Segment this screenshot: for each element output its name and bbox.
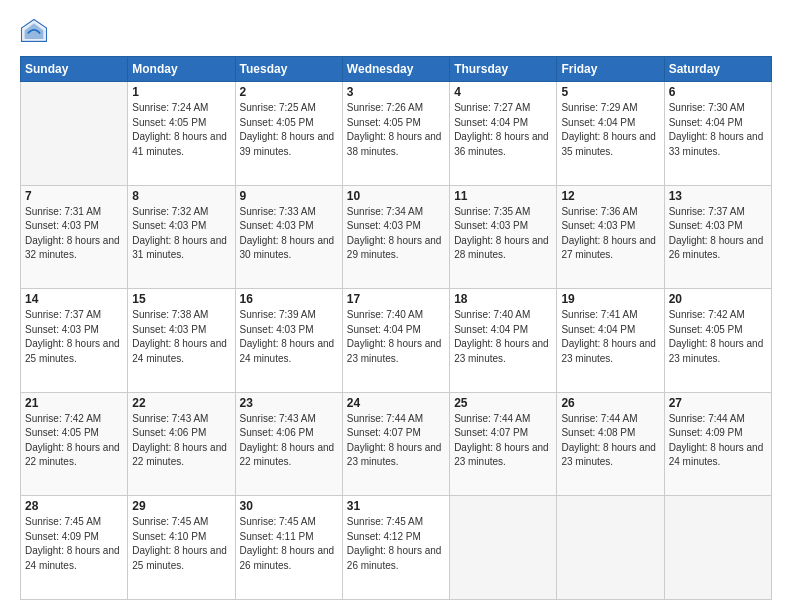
day-number: 4: [454, 85, 552, 99]
calendar-cell: 16Sunrise: 7:39 AMSunset: 4:03 PMDayligh…: [235, 289, 342, 393]
day-number: 9: [240, 189, 338, 203]
day-info: Sunrise: 7:29 AMSunset: 4:04 PMDaylight:…: [561, 101, 659, 159]
day-number: 10: [347, 189, 445, 203]
calendar-cell: 31Sunrise: 7:45 AMSunset: 4:12 PMDayligh…: [342, 496, 449, 600]
calendar-cell: 12Sunrise: 7:36 AMSunset: 4:03 PMDayligh…: [557, 185, 664, 289]
day-number: 13: [669, 189, 767, 203]
day-number: 15: [132, 292, 230, 306]
day-info: Sunrise: 7:40 AMSunset: 4:04 PMDaylight:…: [347, 308, 445, 366]
calendar-cell: 11Sunrise: 7:35 AMSunset: 4:03 PMDayligh…: [450, 185, 557, 289]
logo: [20, 18, 52, 46]
calendar-cell: 15Sunrise: 7:38 AMSunset: 4:03 PMDayligh…: [128, 289, 235, 393]
calendar-cell: 13Sunrise: 7:37 AMSunset: 4:03 PMDayligh…: [664, 185, 771, 289]
day-info: Sunrise: 7:42 AMSunset: 4:05 PMDaylight:…: [25, 412, 123, 470]
day-header-thursday: Thursday: [450, 57, 557, 82]
calendar-header-row: SundayMondayTuesdayWednesdayThursdayFrid…: [21, 57, 772, 82]
calendar-cell: 20Sunrise: 7:42 AMSunset: 4:05 PMDayligh…: [664, 289, 771, 393]
day-number: 5: [561, 85, 659, 99]
day-info: Sunrise: 7:34 AMSunset: 4:03 PMDaylight:…: [347, 205, 445, 263]
day-number: 18: [454, 292, 552, 306]
calendar-cell: 24Sunrise: 7:44 AMSunset: 4:07 PMDayligh…: [342, 392, 449, 496]
calendar-cell: 4Sunrise: 7:27 AMSunset: 4:04 PMDaylight…: [450, 82, 557, 186]
day-number: 16: [240, 292, 338, 306]
calendar-cell: 23Sunrise: 7:43 AMSunset: 4:06 PMDayligh…: [235, 392, 342, 496]
day-number: 30: [240, 499, 338, 513]
day-info: Sunrise: 7:24 AMSunset: 4:05 PMDaylight:…: [132, 101, 230, 159]
day-info: Sunrise: 7:38 AMSunset: 4:03 PMDaylight:…: [132, 308, 230, 366]
calendar-cell: 2Sunrise: 7:25 AMSunset: 4:05 PMDaylight…: [235, 82, 342, 186]
calendar-cell: 30Sunrise: 7:45 AMSunset: 4:11 PMDayligh…: [235, 496, 342, 600]
logo-icon: [20, 18, 48, 46]
calendar-cell: [664, 496, 771, 600]
calendar-cell: [21, 82, 128, 186]
day-header-tuesday: Tuesday: [235, 57, 342, 82]
day-number: 14: [25, 292, 123, 306]
day-info: Sunrise: 7:31 AMSunset: 4:03 PMDaylight:…: [25, 205, 123, 263]
calendar-cell: 6Sunrise: 7:30 AMSunset: 4:04 PMDaylight…: [664, 82, 771, 186]
day-number: 11: [454, 189, 552, 203]
calendar-cell: 29Sunrise: 7:45 AMSunset: 4:10 PMDayligh…: [128, 496, 235, 600]
calendar-cell: 14Sunrise: 7:37 AMSunset: 4:03 PMDayligh…: [21, 289, 128, 393]
calendar-cell: 19Sunrise: 7:41 AMSunset: 4:04 PMDayligh…: [557, 289, 664, 393]
day-info: Sunrise: 7:26 AMSunset: 4:05 PMDaylight:…: [347, 101, 445, 159]
day-number: 1: [132, 85, 230, 99]
day-info: Sunrise: 7:44 AMSunset: 4:08 PMDaylight:…: [561, 412, 659, 470]
day-number: 19: [561, 292, 659, 306]
day-number: 22: [132, 396, 230, 410]
day-info: Sunrise: 7:43 AMSunset: 4:06 PMDaylight:…: [240, 412, 338, 470]
day-number: 27: [669, 396, 767, 410]
day-number: 24: [347, 396, 445, 410]
day-header-friday: Friday: [557, 57, 664, 82]
day-number: 7: [25, 189, 123, 203]
day-info: Sunrise: 7:40 AMSunset: 4:04 PMDaylight:…: [454, 308, 552, 366]
day-header-saturday: Saturday: [664, 57, 771, 82]
day-info: Sunrise: 7:27 AMSunset: 4:04 PMDaylight:…: [454, 101, 552, 159]
calendar-cell: 28Sunrise: 7:45 AMSunset: 4:09 PMDayligh…: [21, 496, 128, 600]
calendar-cell: 3Sunrise: 7:26 AMSunset: 4:05 PMDaylight…: [342, 82, 449, 186]
day-info: Sunrise: 7:33 AMSunset: 4:03 PMDaylight:…: [240, 205, 338, 263]
calendar-week-row: 1Sunrise: 7:24 AMSunset: 4:05 PMDaylight…: [21, 82, 772, 186]
calendar-cell: 26Sunrise: 7:44 AMSunset: 4:08 PMDayligh…: [557, 392, 664, 496]
calendar-cell: 8Sunrise: 7:32 AMSunset: 4:03 PMDaylight…: [128, 185, 235, 289]
calendar-cell: [450, 496, 557, 600]
calendar-cell: [557, 496, 664, 600]
day-number: 28: [25, 499, 123, 513]
page: SundayMondayTuesdayWednesdayThursdayFrid…: [0, 0, 792, 612]
calendar-week-row: 28Sunrise: 7:45 AMSunset: 4:09 PMDayligh…: [21, 496, 772, 600]
day-number: 25: [454, 396, 552, 410]
calendar-cell: 7Sunrise: 7:31 AMSunset: 4:03 PMDaylight…: [21, 185, 128, 289]
header: [20, 18, 772, 46]
day-info: Sunrise: 7:30 AMSunset: 4:04 PMDaylight:…: [669, 101, 767, 159]
day-number: 3: [347, 85, 445, 99]
day-info: Sunrise: 7:37 AMSunset: 4:03 PMDaylight:…: [669, 205, 767, 263]
day-number: 2: [240, 85, 338, 99]
day-header-monday: Monday: [128, 57, 235, 82]
day-number: 29: [132, 499, 230, 513]
calendar-cell: 10Sunrise: 7:34 AMSunset: 4:03 PMDayligh…: [342, 185, 449, 289]
day-info: Sunrise: 7:37 AMSunset: 4:03 PMDaylight:…: [25, 308, 123, 366]
day-number: 23: [240, 396, 338, 410]
day-info: Sunrise: 7:25 AMSunset: 4:05 PMDaylight:…: [240, 101, 338, 159]
day-info: Sunrise: 7:45 AMSunset: 4:10 PMDaylight:…: [132, 515, 230, 573]
calendar-cell: 17Sunrise: 7:40 AMSunset: 4:04 PMDayligh…: [342, 289, 449, 393]
calendar-week-row: 14Sunrise: 7:37 AMSunset: 4:03 PMDayligh…: [21, 289, 772, 393]
day-number: 17: [347, 292, 445, 306]
day-info: Sunrise: 7:39 AMSunset: 4:03 PMDaylight:…: [240, 308, 338, 366]
day-number: 12: [561, 189, 659, 203]
day-number: 20: [669, 292, 767, 306]
day-number: 6: [669, 85, 767, 99]
day-number: 8: [132, 189, 230, 203]
calendar-cell: 1Sunrise: 7:24 AMSunset: 4:05 PMDaylight…: [128, 82, 235, 186]
day-info: Sunrise: 7:45 AMSunset: 4:11 PMDaylight:…: [240, 515, 338, 573]
day-number: 31: [347, 499, 445, 513]
calendar-cell: 25Sunrise: 7:44 AMSunset: 4:07 PMDayligh…: [450, 392, 557, 496]
calendar-week-row: 7Sunrise: 7:31 AMSunset: 4:03 PMDaylight…: [21, 185, 772, 289]
day-info: Sunrise: 7:35 AMSunset: 4:03 PMDaylight:…: [454, 205, 552, 263]
day-number: 21: [25, 396, 123, 410]
day-info: Sunrise: 7:45 AMSunset: 4:12 PMDaylight:…: [347, 515, 445, 573]
calendar-table: SundayMondayTuesdayWednesdayThursdayFrid…: [20, 56, 772, 600]
day-info: Sunrise: 7:44 AMSunset: 4:07 PMDaylight:…: [347, 412, 445, 470]
day-info: Sunrise: 7:32 AMSunset: 4:03 PMDaylight:…: [132, 205, 230, 263]
calendar-cell: 21Sunrise: 7:42 AMSunset: 4:05 PMDayligh…: [21, 392, 128, 496]
day-info: Sunrise: 7:44 AMSunset: 4:07 PMDaylight:…: [454, 412, 552, 470]
